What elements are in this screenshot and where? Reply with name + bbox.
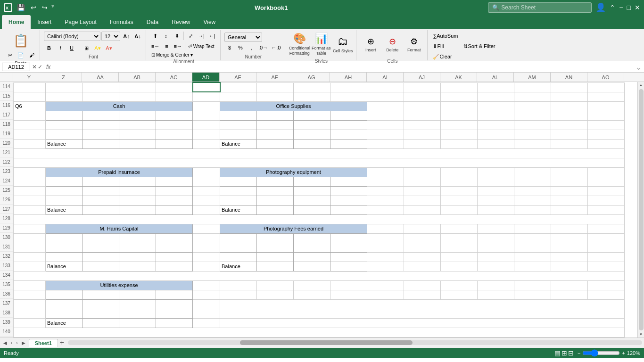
cell-133-AO[interactable] (588, 262, 625, 271)
cell-114-AL[interactable] (478, 82, 514, 92)
cell-120-AL[interactable] (478, 139, 514, 148)
cell-115-Y[interactable] (14, 92, 46, 101)
cell-132-Y[interactable] (14, 252, 46, 262)
cell-116-Y[interactable]: Q6 (14, 101, 46, 111)
cell-120-Y[interactable] (14, 139, 46, 148)
cell-124-AH[interactable] (330, 177, 367, 186)
cell-131-Y[interactable] (14, 243, 46, 252)
cell-123-photography-equipment-header[interactable]: Photography equipment (220, 167, 367, 177)
cell-114-AF[interactable] (257, 82, 294, 92)
cell-130-AL[interactable] (478, 233, 514, 243)
cell-120-AM[interactable] (514, 139, 551, 148)
cell-135-AK[interactable] (441, 280, 478, 290)
cell-125-AL[interactable] (478, 186, 514, 196)
indent-decrease-button[interactable]: ←| (207, 31, 217, 41)
cell-115-AM[interactable] (514, 92, 551, 101)
col-header-AN[interactable]: AN (551, 73, 587, 82)
cell-135-Y[interactable] (14, 280, 46, 290)
cell-130-AC[interactable] (156, 233, 193, 243)
cell-136-AC[interactable] (156, 290, 193, 299)
cell-132-AF[interactable] (257, 252, 294, 262)
cell-124-AJ[interactable] (404, 177, 441, 186)
cell-135-AE[interactable] (220, 280, 257, 290)
cell-123-AN[interactable] (551, 167, 588, 177)
row-num-125[interactable]: 125 (0, 186, 13, 195)
cell-118-AD[interactable] (193, 120, 220, 130)
cell-126-AE[interactable] (220, 196, 257, 205)
cell-118-AF[interactable] (257, 120, 294, 130)
cell-135-AJ[interactable] (404, 280, 441, 290)
cell-129-AI[interactable] (367, 224, 404, 233)
cell-131-AI[interactable] (367, 243, 404, 252)
cell-132-AN[interactable] (551, 252, 588, 262)
user-icon[interactable]: 👤 (595, 2, 606, 13)
cell-119-AN[interactable] (551, 130, 588, 139)
cell-123-AJ[interactable] (404, 167, 441, 177)
cell-127-AB[interactable] (119, 205, 156, 214)
row-num-123[interactable]: 123 (0, 167, 13, 176)
cell-115-AI[interactable] (367, 92, 404, 101)
row-num-116[interactable]: 116 (0, 101, 13, 110)
cell-133-AN[interactable] (551, 262, 588, 271)
sort-filter-button[interactable]: ⇅ Sort & Filter (462, 41, 496, 51)
page-break-view-button[interactable]: ⊟ (568, 349, 574, 357)
cell-132-AI[interactable] (367, 252, 404, 262)
cell-115-AD[interactable] (193, 92, 220, 101)
paste-button[interactable]: 📋 (9, 31, 32, 50)
cell-122-empty[interactable] (14, 158, 625, 167)
cell-128-empty[interactable] (14, 214, 625, 224)
cell-137-Y[interactable] (14, 299, 46, 309)
cell-138-Z[interactable] (46, 309, 83, 318)
cell-133-Y[interactable] (14, 262, 46, 271)
cell-114-AK[interactable] (441, 82, 478, 92)
scroll-tab-left-button[interactable]: ‹ (9, 340, 14, 346)
tab-data[interactable]: Data (140, 15, 165, 29)
format-painter-button[interactable]: 🖌 (26, 50, 37, 60)
cell-130-AH[interactable] (330, 233, 367, 243)
cell-131-AL[interactable] (478, 243, 514, 252)
cell-120-AF[interactable] (257, 139, 294, 148)
formula-input[interactable] (54, 63, 633, 71)
row-num-117[interactable]: 117 (0, 110, 13, 120)
cell-135-AO[interactable] (588, 280, 625, 290)
cell-120-AD[interactable] (193, 139, 220, 148)
row-num-122[interactable]: 122 (0, 157, 13, 167)
cell-130-AO[interactable] (588, 233, 625, 243)
cell-125-AK[interactable] (441, 186, 478, 196)
col-header-AJ[interactable]: AJ (404, 73, 440, 82)
cell-131-AG[interactable] (294, 243, 330, 252)
cell-118-AJ[interactable] (404, 120, 441, 130)
cell-138-AC[interactable] (156, 309, 193, 318)
cell-119-AG[interactable] (294, 130, 330, 139)
cell-132-AA[interactable] (83, 252, 119, 262)
cell-135-utilities-header[interactable]: Utilities expense (46, 280, 193, 290)
cell-133-balance-right[interactable]: Balance (220, 262, 257, 271)
cell-130-AF[interactable] (257, 233, 294, 243)
cell-138-AB[interactable] (119, 309, 156, 318)
cell-118-AI[interactable] (367, 120, 404, 130)
cell-136-AH[interactable] (330, 290, 367, 299)
cell-136-Z[interactable] (46, 290, 83, 299)
cell-117-AO[interactable] (588, 111, 625, 120)
cell-129-AD[interactable] (193, 224, 220, 233)
cell-120-AC[interactable] (156, 139, 193, 148)
cell-117-AN[interactable] (551, 111, 588, 120)
cell-120-AG[interactable] (294, 139, 330, 148)
cell-125-AM[interactable] (514, 186, 551, 196)
cell-123-AD[interactable] (193, 167, 220, 177)
cell-132-AM[interactable] (514, 252, 551, 262)
cell-119-AE[interactable] (220, 130, 257, 139)
cell-139-AD[interactable] (193, 318, 220, 328)
cell-126-AH[interactable] (330, 196, 367, 205)
cell-133-AL[interactable] (478, 262, 514, 271)
cell-129-AJ[interactable] (404, 224, 441, 233)
cell-126-AC[interactable] (156, 196, 193, 205)
increase-decimal-button[interactable]: .0→ (257, 43, 269, 52)
cell-125-AD[interactable] (193, 186, 220, 196)
cell-127-AO[interactable] (588, 205, 625, 214)
cell-124-AM[interactable] (514, 177, 551, 186)
cell-123-prepaid-header[interactable]: Prepaid insurnace (46, 167, 193, 177)
cell-125-AE[interactable] (220, 186, 257, 196)
cell-136-AK[interactable] (441, 290, 478, 299)
zoom-in-button[interactable]: + (622, 350, 625, 356)
